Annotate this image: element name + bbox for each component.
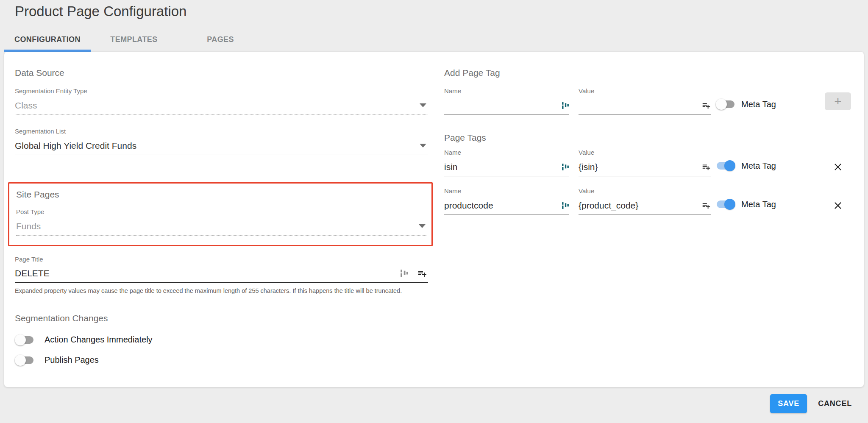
add-tag-name-input-row <box>444 96 569 115</box>
tag-action-cell <box>823 162 853 176</box>
site-pages-annotation-box: Site Pages Post Type Funds <box>8 182 433 246</box>
page-title-field-icons <box>400 268 428 278</box>
add-tag-value-input-row <box>579 96 711 115</box>
playlist-add-icon[interactable] <box>417 268 427 278</box>
tag-value-input[interactable] <box>579 158 701 176</box>
page-tag-row: Name <box>444 149 853 176</box>
page-title-label: Page Title <box>15 256 428 263</box>
tab-pages[interactable]: PAGES <box>177 30 264 52</box>
value-label: Value <box>579 149 711 156</box>
segmentation-entity-type-select[interactable]: Class <box>15 96 428 115</box>
tag-action-cell <box>823 200 853 215</box>
property-barcode-icon[interactable] <box>562 202 569 209</box>
property-barcode-icon[interactable] <box>562 102 569 109</box>
page-tags-header: Page Tags <box>444 133 853 143</box>
product-page-configuration-screen: Product Page Configuration CONFIGURATION… <box>0 0 868 423</box>
action-changes-immediately-row: Action Changes Immediately <box>15 334 428 345</box>
tag-name-field: Name <box>444 149 569 176</box>
publish-pages-row: Publish Pages <box>15 355 428 366</box>
add-tag-meta-cell: Meta Tag <box>716 99 776 115</box>
tab-configuration[interactable]: CONFIGURATION <box>4 30 91 52</box>
tag-meta-cell: Meta Tag <box>716 199 776 215</box>
add-page-tag-row: Name <box>444 87 853 115</box>
name-label: Name <box>444 187 569 195</box>
playlist-add-icon[interactable] <box>701 101 711 110</box>
remove-tag-button[interactable] <box>833 162 843 172</box>
close-icon <box>833 200 843 211</box>
page-title-input[interactable] <box>15 264 400 282</box>
tag-meta-cell: Meta Tag <box>716 160 776 176</box>
tab-templates[interactable]: TEMPLATES <box>91 30 177 52</box>
value-label: Value <box>579 87 711 95</box>
playlist-add-icon[interactable] <box>701 201 711 210</box>
tag-meta-toggle[interactable] <box>716 160 735 171</box>
tag-name-field: Name <box>444 187 569 215</box>
meta-tag-label: Meta Tag <box>741 161 776 171</box>
plus-icon: + <box>834 95 842 108</box>
tag-value-input-row <box>579 158 711 176</box>
chevron-down-icon <box>420 103 426 107</box>
tab-bar: CONFIGURATION TEMPLATES PAGES <box>4 30 264 52</box>
add-tag-value-input[interactable] <box>579 96 701 114</box>
close-icon <box>833 162 843 172</box>
add-tag-action-cell: + <box>823 92 853 110</box>
data-source-header: Data Source <box>15 68 428 78</box>
remove-tag-button[interactable] <box>833 200 843 211</box>
tag-name-input-row <box>444 158 569 176</box>
page-title: Product Page Configuration <box>15 3 186 19</box>
chevron-down-icon <box>420 144 426 147</box>
chevron-down-icon <box>419 224 426 228</box>
post-type-select[interactable]: Funds <box>16 217 427 236</box>
segmentation-list-field: Segmentation List Global High Yield Cred… <box>15 128 428 155</box>
footer-actions: SAVE CANCEL <box>770 394 852 413</box>
value-label: Value <box>579 187 711 195</box>
action-changes-immediately-label: Action Changes Immediately <box>45 335 153 345</box>
tag-name-input[interactable] <box>444 196 562 214</box>
meta-tag-label: Meta Tag <box>741 100 776 109</box>
property-barcode-icon[interactable] <box>400 269 409 278</box>
cancel-button[interactable]: CANCEL <box>818 399 852 408</box>
segmentation-list-value: Global High Yield Credit Funds <box>15 141 420 151</box>
tag-name-input-row <box>444 196 569 215</box>
post-type-field: Post Type Funds <box>16 208 427 236</box>
page-title-helper-text: Expanded property values may cause the p… <box>15 287 425 295</box>
toggle-thumb <box>724 199 735 210</box>
add-tag-name-input[interactable] <box>444 96 562 114</box>
tag-value-input-row <box>579 196 711 215</box>
segmentation-list-select[interactable]: Global High Yield Credit Funds <box>15 136 428 155</box>
toggle-thumb <box>15 355 26 366</box>
add-tag-button[interactable]: + <box>825 92 851 110</box>
add-page-tag-header: Add Page Tag <box>444 68 853 78</box>
tag-value-field: Value <box>579 187 711 215</box>
segmentation-entity-type-field: Segmentation Entity Type Class <box>15 87 428 115</box>
tag-value-input[interactable] <box>579 196 701 214</box>
page-title-input-row <box>15 264 428 283</box>
tag-value-field: Value <box>579 149 711 176</box>
segmentation-list-label: Segmentation List <box>15 128 428 135</box>
name-label: Name <box>444 87 569 95</box>
publish-pages-label: Publish Pages <box>45 355 99 365</box>
configuration-card: Data Source Segmentation Entity Type Cla… <box>4 52 864 387</box>
right-column: Add Page Tag Name <box>444 52 853 215</box>
meta-tag-label: Meta Tag <box>741 200 776 209</box>
property-barcode-icon[interactable] <box>562 163 569 171</box>
toggle-thumb <box>15 334 26 345</box>
tag-meta-toggle[interactable] <box>716 199 735 210</box>
page-title-field: Page Title <box>15 256 428 283</box>
segmentation-entity-type-value: Class <box>15 100 420 111</box>
page-tag-row: Name <box>444 187 853 215</box>
site-pages-header: Site Pages <box>16 189 427 200</box>
publish-pages-toggle[interactable] <box>15 355 34 366</box>
tag-name-input[interactable] <box>444 158 562 176</box>
action-changes-immediately-toggle[interactable] <box>15 334 34 345</box>
toggle-thumb <box>724 160 735 171</box>
playlist-add-icon[interactable] <box>701 162 711 172</box>
post-type-label: Post Type <box>16 208 427 215</box>
post-type-value: Funds <box>16 221 419 231</box>
left-column: Data Source Segmentation Entity Type Cla… <box>15 52 428 366</box>
name-label: Name <box>444 149 569 156</box>
add-tag-value-field: Value <box>579 87 711 115</box>
add-tag-meta-toggle[interactable] <box>716 99 735 110</box>
save-button[interactable]: SAVE <box>770 394 807 413</box>
segmentation-changes-header: Segmentation Changes <box>15 313 428 323</box>
